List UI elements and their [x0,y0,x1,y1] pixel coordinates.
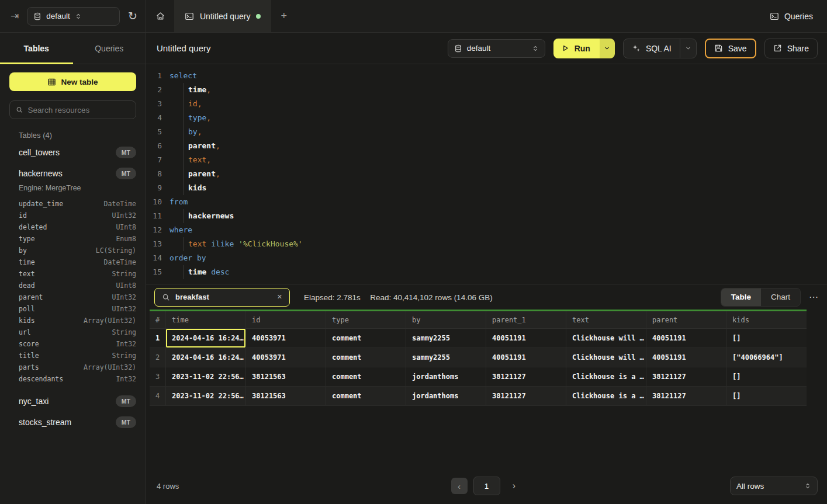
cell-parent_1[interactable]: 38121127 [486,367,566,386]
code-line[interactable]: 15time desc [146,265,827,279]
column-header-type[interactable]: type [326,311,406,328]
refresh-icon[interactable]: ↻ [128,11,137,22]
sql-editor[interactable]: 1select2time,3id,4type,5by,6parent,7text… [146,64,827,284]
cell-id[interactable]: 40053971 [246,329,326,347]
column-header-id[interactable]: id [246,311,326,328]
column-row[interactable]: pollUInt32 [0,303,146,315]
column-row[interactable]: scoreInt32 [0,338,146,350]
column-header-parent[interactable]: parent [646,311,726,328]
sql-ai-options-button[interactable] [680,39,696,58]
cell-time[interactable]: 2024-04-16 16:24… [166,348,246,367]
cell-parent[interactable]: 38121127 [646,387,726,405]
cell-time[interactable]: 2024-04-16 16:24… [166,329,246,347]
cell-text[interactable]: Clickhouse will … [566,348,646,367]
run-button[interactable]: Run [553,39,600,58]
cell-by[interactable]: sammy2255 [406,329,486,347]
cell-parent_1[interactable]: 40051191 [486,348,566,367]
code-line[interactable]: 10from [146,195,827,209]
column-header-text[interactable]: text [566,311,646,328]
topbar-database-selector[interactable]: default [27,7,120,26]
cell-kids[interactable]: ["40066964"] [726,348,807,367]
column-row[interactable]: update_timeDateTime [0,198,146,210]
share-button[interactable]: Share [764,39,818,58]
code-line[interactable]: 14order by [146,251,827,265]
table-item-stocks_stream[interactable]: stocks_streamMT [0,412,146,433]
cell-parent[interactable]: 40051191 [646,329,726,347]
column-row[interactable]: byLC(String) [0,245,146,256]
column-header-time[interactable]: time [166,311,246,328]
results-more-menu[interactable]: ⋯ [809,291,819,303]
table-item-hackernews[interactable]: hackernewsMT [0,163,146,184]
home-tab[interactable] [146,0,174,32]
cell-kids[interactable]: [] [726,387,807,405]
cell-by[interactable]: jordanthoms [406,367,486,386]
tab-untitled-query[interactable]: Untitled query [174,0,271,32]
column-header-parent_1[interactable]: parent_1 [486,311,566,328]
cell-kids[interactable]: [] [726,329,807,347]
cell-parent[interactable]: 38121127 [646,367,726,386]
code-line[interactable]: 7text, [146,153,827,167]
column-row[interactable]: idUInt32 [0,210,146,221]
results-search[interactable]: ✕ [154,288,290,307]
cell-id[interactable]: 38121563 [246,367,326,386]
column-row[interactable]: textString [0,268,146,280]
sidebar-search[interactable] [9,100,136,119]
column-row[interactable]: parentUInt32 [0,291,146,303]
code-line[interactable]: 4type, [146,111,827,125]
cell-text[interactable]: Clickhouse will … [566,329,646,347]
cell-by[interactable]: sammy2255 [406,348,486,367]
column-row[interactable]: deadUInt8 [0,280,146,291]
cell-text[interactable]: Clickhouse is a … [566,367,646,386]
code-line[interactable]: 6parent, [146,139,827,153]
cell-parent[interactable]: 40051191 [646,348,726,367]
column-row[interactable]: kidsArray(UInt32) [0,315,146,326]
cell-parent_1[interactable]: 38121127 [486,387,566,405]
next-page-button[interactable]: › [506,478,523,494]
code-line[interactable]: 1select [146,69,827,83]
sidebar-tab-tables[interactable]: Tables [0,33,73,64]
code-line[interactable]: 9kids [146,181,827,195]
code-line[interactable]: 2time, [146,83,827,97]
new-tab-button[interactable]: + [271,0,296,32]
cell-type[interactable]: comment [326,329,406,347]
results-search-input[interactable] [175,293,272,301]
view-toggle-table[interactable]: Table [721,289,761,306]
column-row[interactable]: titleString [0,350,146,362]
table-item-cell_towers[interactable]: cell_towersMT [0,142,146,163]
table-item-nyc_taxi[interactable]: nyc_taxiMT [0,391,146,412]
code-line[interactable]: 12where [146,223,827,237]
cell-type[interactable]: comment [326,348,406,367]
cell-id[interactable]: 40053971 [246,348,326,367]
cell-kids[interactable]: [] [726,367,807,386]
column-row[interactable]: typeEnum8 [0,233,146,245]
query-database-selector[interactable]: default [448,39,545,58]
column-header-by[interactable]: by [406,311,486,328]
save-button[interactable]: Save [705,39,756,58]
sidebar-search-input[interactable] [28,106,130,114]
page-size-selector[interactable]: All rows [730,477,818,495]
cell-text[interactable]: Clickhouse is a … [566,387,646,405]
sidebar-tab-queries[interactable]: Queries [73,33,146,64]
view-toggle-chart[interactable]: Chart [761,289,800,306]
code-line[interactable]: 11hackernews [146,209,827,223]
code-line[interactable]: 13text ilike '%ClickHouse%' [146,237,827,251]
current-page[interactable]: 1 [473,477,500,495]
cell-by[interactable]: jordanthoms [406,387,486,405]
cell-time[interactable]: 2023-11-02 22:56… [166,367,246,386]
clear-search-icon[interactable]: ✕ [277,293,282,301]
new-table-button[interactable]: New table [9,72,136,91]
queries-button[interactable]: Queries [770,12,813,21]
code-line[interactable]: 5by, [146,125,827,139]
cell-id[interactable]: 38121563 [246,387,326,405]
cell-type[interactable]: comment [326,367,406,386]
column-row[interactable]: urlString [0,326,146,338]
code-line[interactable]: 3id, [146,97,827,111]
prev-page-button[interactable]: ‹ [451,478,468,494]
column-header-kids[interactable]: kids [726,311,807,328]
run-options-button[interactable] [600,39,615,58]
cell-time[interactable]: 2023-11-02 22:56… [166,387,246,405]
code-line[interactable]: 8parent, [146,167,827,181]
collapse-sidebar-icon[interactable]: ⇥ [11,11,19,21]
column-row[interactable]: timeDateTime [0,256,146,268]
column-row[interactable]: partsArray(UInt32) [0,362,146,373]
